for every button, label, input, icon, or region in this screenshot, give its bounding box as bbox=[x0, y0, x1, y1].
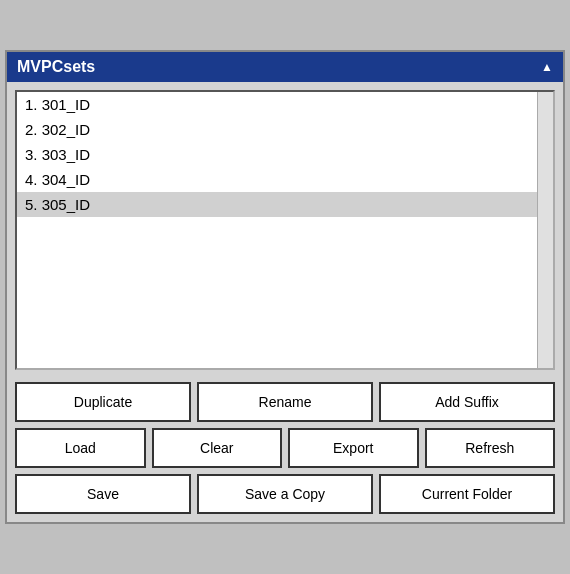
refresh-button[interactable]: Refresh bbox=[425, 428, 556, 468]
export-button[interactable]: Export bbox=[288, 428, 419, 468]
list-item[interactable]: 1. 301_ID bbox=[17, 92, 553, 117]
button-row-2: Load Clear Export Refresh bbox=[15, 428, 555, 468]
rename-button[interactable]: Rename bbox=[197, 382, 373, 422]
duplicate-button[interactable]: Duplicate bbox=[15, 382, 191, 422]
list-item[interactable]: 2. 302_ID bbox=[17, 117, 553, 142]
buttons-section: Duplicate Rename Add Suffix Load Clear E… bbox=[7, 378, 563, 522]
mvpcsets-panel: MVPCsets ▲ 1. 301_ID 2. 302_ID 3. 303_ID… bbox=[5, 50, 565, 524]
list-item[interactable]: 3. 303_ID bbox=[17, 142, 553, 167]
list-item[interactable]: 4. 304_ID bbox=[17, 167, 553, 192]
load-button[interactable]: Load bbox=[15, 428, 146, 468]
collapse-icon[interactable]: ▲ bbox=[541, 60, 553, 74]
list-item-selected[interactable]: 5. 305_ID bbox=[17, 192, 553, 217]
save-copy-button[interactable]: Save a Copy bbox=[197, 474, 373, 514]
button-row-1: Duplicate Rename Add Suffix bbox=[15, 382, 555, 422]
save-button[interactable]: Save bbox=[15, 474, 191, 514]
item-list[interactable]: 1. 301_ID 2. 302_ID 3. 303_ID 4. 304_ID … bbox=[15, 90, 555, 370]
clear-button[interactable]: Clear bbox=[152, 428, 283, 468]
current-folder-button[interactable]: Current Folder bbox=[379, 474, 555, 514]
button-row-3: Save Save a Copy Current Folder bbox=[15, 474, 555, 514]
title-bar: MVPCsets ▲ bbox=[7, 52, 563, 82]
panel-title: MVPCsets bbox=[17, 58, 95, 76]
add-suffix-button[interactable]: Add Suffix bbox=[379, 382, 555, 422]
scrollbar[interactable] bbox=[537, 92, 553, 368]
